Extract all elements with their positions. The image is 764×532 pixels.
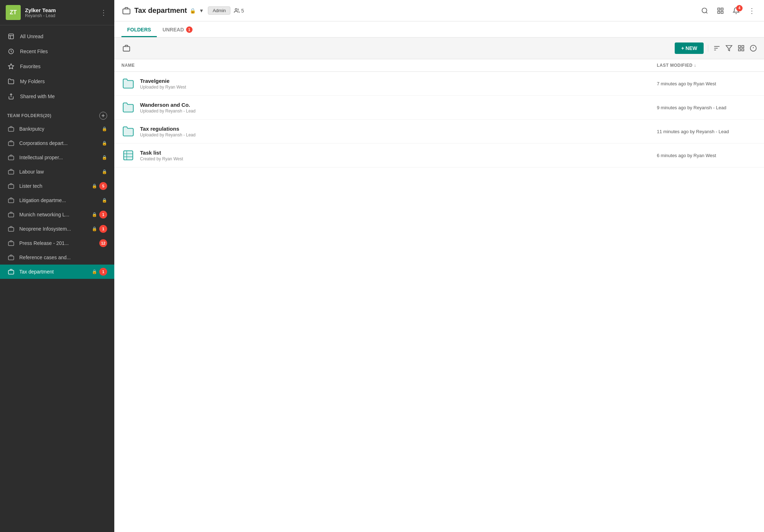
- team-folder-icon: [7, 254, 15, 261]
- file-sub: Uploaded by Reyansh - Lead: [140, 132, 657, 137]
- sidebar-item-all-unread[interactable]: All Unread: [0, 29, 114, 44]
- admin-badge[interactable]: Admin: [208, 6, 230, 15]
- apps-button[interactable]: [715, 6, 725, 16]
- svg-rect-11: [9, 227, 14, 231]
- tab-unread[interactable]: UNREAD 1: [157, 21, 198, 37]
- view-toggle-button[interactable]: [738, 45, 745, 52]
- user-info: Zylker Team Reyansh - Lead: [25, 7, 99, 18]
- svg-marker-27: [726, 46, 732, 51]
- notifications-button[interactable]: 4: [731, 6, 741, 16]
- sidebar-item-shared-with-me[interactable]: Shared with Me: [0, 89, 114, 104]
- file-list-header: NAME LAST MODIFIED ↓: [114, 59, 764, 72]
- table-row[interactable]: Travelgenie Uploaded by Ryan West 7 minu…: [114, 72, 764, 96]
- tabs: FOLDERS UNREAD 1: [114, 21, 764, 37]
- svg-marker-2: [9, 64, 14, 69]
- members-area[interactable]: 5: [234, 8, 244, 14]
- sidebar-item-favorites[interactable]: Favorites: [0, 59, 114, 74]
- tab-folders[interactable]: FOLDERS: [121, 21, 157, 37]
- file-sub: Uploaded by Ryan West: [140, 85, 657, 90]
- svg-rect-12: [9, 242, 14, 246]
- sidebar-item-litigation-departme[interactable]: Litigation departme... 🔒: [0, 193, 114, 207]
- folder-name: Munich networking L...: [19, 212, 90, 217]
- inbox-icon: [7, 32, 15, 40]
- info-button[interactable]: [750, 45, 757, 52]
- sidebar-item-corporations-depart[interactable]: Corporations depart... 🔒: [0, 136, 114, 150]
- lock-icon: 🔒: [102, 126, 107, 131]
- sidebar-item-intellectual-proper[interactable]: Intellectual proper... 🔒: [0, 150, 114, 165]
- lock-icon: 🔒: [92, 269, 97, 274]
- unread-badge: 1: [99, 211, 107, 219]
- table-row[interactable]: Tax regulations Uploaded by Reyansh - Le…: [114, 120, 764, 144]
- file-sub: Created by Ryan West: [140, 156, 657, 161]
- folder-row-icon: [121, 125, 135, 138]
- sidebar-item-label: My Folders: [20, 79, 45, 84]
- filter-button[interactable]: [725, 45, 733, 52]
- more-options-button[interactable]: ⋮: [99, 7, 109, 18]
- new-button[interactable]: + NEW: [675, 42, 704, 54]
- svg-rect-35: [124, 151, 133, 160]
- folder-name: Lister tech: [19, 183, 90, 189]
- toolbar-right-icons: [708, 45, 757, 52]
- folder-name: Neoprene Infosystem...: [19, 226, 90, 232]
- folder-name: Intellectual proper...: [19, 155, 100, 160]
- folder-name: Press Release - 201...: [19, 240, 97, 246]
- tab-folders-label: FOLDERS: [127, 27, 151, 32]
- sidebar-item-press-release-201[interactable]: Press Release - 201... 12: [0, 236, 114, 250]
- svg-rect-30: [739, 49, 741, 51]
- more-options-button[interactable]: ⋮: [747, 5, 757, 16]
- file-modified: 11 minutes ago by Reyansh - Lead: [657, 129, 757, 134]
- topbar-folder-title: Tax department: [134, 6, 187, 15]
- sidebar-item-label: Favorites: [20, 64, 41, 69]
- sidebar-item-lister-tech[interactable]: Lister tech 🔒 5: [0, 179, 114, 193]
- svg-rect-6: [9, 156, 14, 160]
- file-row-info: Task list Created by Ryan West: [140, 150, 657, 161]
- spreadsheet-row-icon: [121, 149, 135, 162]
- share-icon: [7, 92, 15, 100]
- unread-tab-badge: 1: [186, 26, 193, 33]
- sidebar-item-neoprene-infosystem[interactable]: Neoprene Infosystem... 🔒 1: [0, 222, 114, 236]
- sort-az-button[interactable]: [713, 45, 720, 52]
- folder-name: Tax department: [19, 269, 90, 275]
- file-row-info: Wanderson and Co. Uploaded by Reyansh - …: [140, 102, 657, 114]
- topbar-left: Tax department 🔒 ▾ Admin 5: [121, 6, 700, 16]
- file-name: Wanderson and Co.: [140, 102, 657, 108]
- lock-icon: 🔒: [102, 141, 107, 146]
- sidebar-item-reference-cases-and[interactable]: Reference cases and...: [0, 250, 114, 265]
- svg-rect-21: [718, 11, 720, 13]
- sidebar-item-label: Recent Files: [20, 49, 48, 54]
- sidebar-item-munich-networking-l[interactable]: Munich networking L... 🔒 1: [0, 207, 114, 222]
- svg-rect-13: [9, 256, 14, 260]
- search-button[interactable]: [700, 6, 710, 16]
- team-folder-icon: [7, 154, 15, 161]
- add-team-folder-button[interactable]: +: [99, 112, 107, 120]
- file-name: Task list: [140, 150, 657, 156]
- sidebar-item-labour-law[interactable]: Labour law 🔒: [0, 165, 114, 179]
- star-icon: [7, 62, 15, 70]
- table-row[interactable]: Wanderson and Co. Uploaded by Reyansh - …: [114, 96, 764, 120]
- avatar: ZT: [6, 5, 21, 20]
- sidebar-nav: All Unread Recent Files Favorites: [0, 25, 114, 107]
- folder-name: Corporations depart...: [19, 140, 100, 146]
- svg-point-17: [702, 8, 707, 12]
- topbar-right: 4 ⋮: [700, 5, 757, 16]
- team-folders-label: TEAM FOLDERS(20): [7, 113, 51, 118]
- file-row-info: Travelgenie Uploaded by Ryan West: [140, 78, 657, 90]
- tab-unread-label: UNREAD: [163, 27, 184, 32]
- svg-rect-19: [718, 8, 720, 10]
- sidebar-item-my-folders[interactable]: My Folders: [0, 74, 114, 89]
- team-folder-icon: [7, 168, 15, 176]
- lock-icon: 🔒: [102, 198, 107, 203]
- svg-rect-15: [123, 9, 130, 14]
- lock-icon: 🔒: [92, 184, 97, 189]
- clock-icon: [7, 47, 15, 55]
- team-folder-icon: [7, 139, 15, 147]
- sidebar-item-tax-department[interactable]: Tax department 🔒 1: [0, 265, 114, 279]
- table-row[interactable]: Task list Created by Ryan West 6 minutes…: [114, 144, 764, 167]
- sidebar-item-bankrputcy[interactable]: Bankrputcy 🔒: [0, 122, 114, 136]
- team-folder-icon: [7, 239, 15, 247]
- topbar: Tax department 🔒 ▾ Admin 5: [114, 0, 764, 21]
- folder-dropdown-button[interactable]: ▾: [199, 6, 204, 15]
- sidebar-item-recent-files[interactable]: Recent Files: [0, 44, 114, 59]
- svg-rect-31: [742, 49, 744, 51]
- folder-icon: [7, 77, 15, 85]
